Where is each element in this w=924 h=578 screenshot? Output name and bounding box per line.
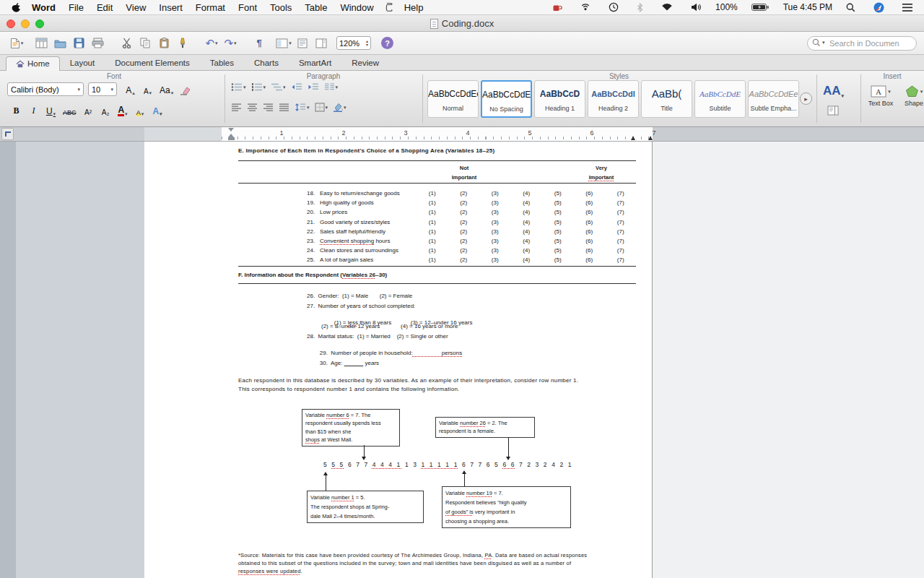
styles-pane-button[interactable]	[827, 105, 839, 118]
font-size-select[interactable]: 10▾	[88, 82, 117, 96]
grow-font-button[interactable]: A▴	[123, 82, 138, 96]
clear-formatting-button[interactable]	[178, 82, 193, 96]
new-document-button[interactable]: ▾	[7, 34, 26, 53]
tab-review[interactable]: Review	[341, 56, 389, 70]
align-right-button[interactable]	[263, 103, 274, 112]
cut-button[interactable]	[117, 34, 136, 53]
insert-text-box-button[interactable]: A ▾ Text Box	[865, 82, 897, 107]
view-switch-button[interactable]: ▾	[274, 34, 293, 53]
battery-icon[interactable]	[747, 3, 774, 12]
line-spacing-button[interactable]: ▾	[295, 103, 310, 112]
menu-format[interactable]: Format	[189, 2, 232, 13]
title-bar[interactable]: Coding.docx	[0, 15, 924, 32]
globe-icon[interactable]	[869, 2, 889, 13]
wifi-icon[interactable]	[657, 3, 677, 12]
align-left-button[interactable]	[231, 103, 242, 112]
tab-stop-marker[interactable]	[648, 136, 653, 140]
sidebar-toggle-button[interactable]	[312, 34, 331, 53]
time-machine-icon[interactable]	[604, 2, 623, 12]
style-heading-2[interactable]: AaBbCcDdl Heading 2	[588, 80, 639, 118]
save-button[interactable]	[69, 34, 88, 53]
font-family-select[interactable]: Calibri (Body)▾	[7, 82, 84, 96]
menu-clock[interactable]: Tue 4:45 PM	[783, 2, 832, 12]
callout-variable-6[interactable]: Variable number 6 = 7. The respondent us…	[302, 409, 400, 447]
callout-variable-19[interactable]: Variable number 19 = 7. Respondent belie…	[442, 486, 571, 528]
broadcast-icon[interactable]	[576, 3, 595, 12]
highlight-button[interactable]: A▾	[133, 103, 148, 117]
subscript-button[interactable]: A₂	[98, 103, 113, 117]
text-effects-button[interactable]: A▾	[150, 103, 165, 117]
tab-type-selector[interactable]	[1, 128, 14, 140]
menu-window[interactable]: Window	[334, 2, 380, 13]
style-heading-1[interactable]: AaBbCcD Heading 1	[534, 80, 585, 118]
tab-home[interactable]: Home	[6, 56, 60, 71]
style-normal[interactable]: AaBbCcDdEe Normal	[427, 80, 479, 118]
justify-button[interactable]	[279, 103, 289, 112]
columns-button[interactable]: ▾	[324, 82, 339, 92]
shrink-font-button[interactable]: A▾	[140, 82, 155, 96]
shading-button[interactable]: ▾	[333, 103, 346, 112]
bluetooth-icon[interactable]	[632, 3, 648, 12]
style-title[interactable]: AaBb( Title	[641, 80, 692, 118]
horizontal-ruler[interactable]: 1 2 3 4 5 6 7	[0, 127, 924, 142]
change-case-button[interactable]: Aa▾	[157, 82, 175, 96]
insert-shape-button[interactable]: ▾ Shape	[898, 82, 924, 107]
decrease-indent-button[interactable]	[291, 82, 302, 92]
menu-file[interactable]: File	[62, 2, 90, 13]
apple-menu-icon[interactable]	[7, 2, 25, 13]
menu-view[interactable]: View	[119, 2, 152, 13]
style-subtitle[interactable]: AaBbCcDdE Subtitle	[694, 80, 746, 118]
document-map-button[interactable]	[293, 34, 312, 53]
gallery-toggle-button[interactable]	[32, 34, 51, 53]
menu-help[interactable]: Help	[398, 2, 430, 13]
volume-icon[interactable]	[687, 3, 706, 12]
style-subtle-emphasis[interactable]: AaBbCcDdEe Subtle Empha...	[748, 80, 799, 118]
coffee-icon[interactable]	[548, 3, 567, 12]
font-color-button[interactable]: A▾	[116, 103, 131, 117]
tab-charts[interactable]: Charts	[244, 56, 289, 70]
more-styles-button[interactable]: ▸	[800, 92, 812, 105]
callout-variable-1[interactable]: Variable number 1 = 5. The respondent sh…	[307, 491, 424, 523]
multilevel-list-button[interactable]: ▾	[271, 82, 286, 92]
paste-button[interactable]	[154, 34, 173, 53]
borders-button[interactable]: ▾	[315, 103, 328, 112]
menu-word[interactable]: Word	[25, 2, 62, 13]
document-page[interactable]: E. Importance of Each Item in Respondent…	[144, 142, 653, 578]
format-painter-button[interactable]	[173, 34, 192, 53]
zoom-select[interactable]: 120% ▴▾	[336, 36, 371, 50]
menu-table[interactable]: Table	[298, 2, 334, 13]
numbered-list-button[interactable]: ▾	[251, 82, 266, 92]
underline-button[interactable]: U▾	[43, 103, 58, 117]
menu-insert[interactable]: Insert	[152, 2, 189, 13]
help-button[interactable]: ?	[381, 37, 393, 49]
first-line-indent-marker[interactable]	[228, 128, 234, 131]
applescript-icon[interactable]	[380, 2, 398, 12]
align-center-button[interactable]	[247, 103, 258, 112]
menu-edit[interactable]: Edit	[90, 2, 119, 13]
tab-document-elements[interactable]: Document Elements	[105, 56, 200, 70]
callout-variable-26[interactable]: Variable number 26 = 2. The respondent i…	[435, 417, 535, 438]
italic-button[interactable]: I	[26, 103, 41, 117]
strikethrough-button[interactable]: ABC	[61, 103, 79, 117]
menu-font[interactable]: Font	[232, 2, 263, 13]
superscript-button[interactable]: A²	[81, 103, 96, 117]
copy-button[interactable]	[136, 34, 154, 53]
open-button[interactable]	[51, 34, 69, 53]
bold-button[interactable]: B	[9, 103, 24, 117]
menu-tools[interactable]: Tools	[263, 2, 298, 13]
left-indent-marker[interactable]	[228, 137, 235, 140]
tab-stop-marker[interactable]	[631, 136, 635, 140]
notification-list-icon[interactable]	[898, 4, 917, 12]
style-no-spacing[interactable]: AaBbCcDdEe No Spacing	[481, 80, 532, 118]
spotlight-icon[interactable]	[842, 3, 860, 12]
show-paragraph-marks-button[interactable]: ¶	[250, 34, 269, 53]
increase-indent-button[interactable]	[308, 82, 319, 92]
undo-button[interactable]: ↶ ▾	[202, 34, 221, 53]
tab-smartart[interactable]: SmartArt	[289, 56, 341, 70]
print-button[interactable]	[88, 34, 107, 53]
change-styles-button[interactable]: AA▾	[823, 84, 844, 98]
bulleted-list-button[interactable]: ▾	[231, 82, 246, 92]
tab-tables[interactable]: Tables	[200, 56, 244, 70]
tab-layout[interactable]: Layout	[60, 56, 105, 70]
redo-button[interactable]: ↷ ▾	[221, 34, 240, 53]
